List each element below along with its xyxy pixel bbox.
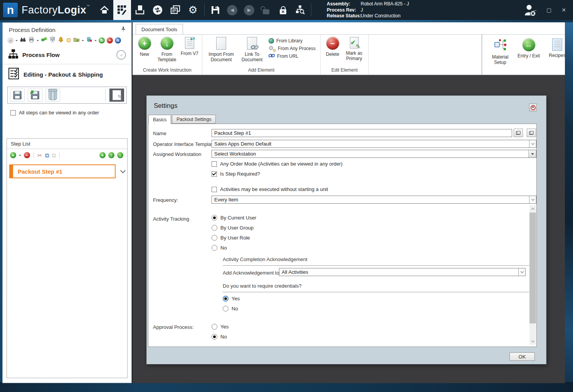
radio[interactable] bbox=[212, 235, 217, 241]
tab-document-tools[interactable]: Document Tools bbox=[136, 24, 183, 34]
scrollbar-thumb[interactable] bbox=[529, 213, 536, 323]
insert-step-icon[interactable]: + bbox=[99, 152, 106, 158]
no-unit-checkbox[interactable] bbox=[212, 187, 217, 192]
workstation-dropdown-button[interactable] bbox=[528, 150, 536, 157]
no-unit-row[interactable]: Activities may be executed without start… bbox=[212, 186, 328, 192]
is-step-required-checkbox[interactable] bbox=[212, 171, 217, 177]
credentials-no-option[interactable]: No bbox=[223, 306, 238, 312]
assigned-workstation-select[interactable]: Select Workstation bbox=[212, 150, 536, 158]
tracking-by-current-user-option[interactable]: By Current User bbox=[212, 215, 256, 221]
minimize-button[interactable]: – bbox=[533, 7, 536, 13]
radio-selected[interactable] bbox=[212, 334, 217, 340]
paste-icon[interactable]: ⧉ bbox=[52, 152, 56, 158]
unlock-icon[interactable] bbox=[258, 0, 275, 20]
move-step-down-icon[interactable]: ↓ bbox=[117, 152, 123, 158]
forward-icon[interactable]: ▶ bbox=[241, 0, 258, 20]
frequency-select[interactable]: Every Item bbox=[212, 196, 536, 204]
cut-icon[interactable]: ✂ bbox=[37, 152, 42, 158]
pause-icon[interactable] bbox=[115, 37, 121, 44]
delete-button[interactable]: − Delete bbox=[324, 35, 341, 57]
maximize-button[interactable]: ▢ bbox=[546, 7, 551, 13]
is-step-required-row[interactable]: Is Step Required? bbox=[212, 171, 260, 177]
acknowledgement-select[interactable]: All Activities bbox=[279, 268, 526, 276]
tracking-by-user-group-option[interactable]: By User Group bbox=[212, 225, 254, 231]
name-translate-save-button[interactable] bbox=[527, 129, 536, 137]
tab-basics[interactable]: Basics bbox=[148, 115, 171, 124]
add-dropdown-icon[interactable] bbox=[15, 40, 18, 42]
link-to-document-button[interactable]: Link To Document bbox=[239, 35, 265, 62]
close-button[interactable]: ✕ bbox=[561, 7, 566, 13]
scroll-up-icon[interactable] bbox=[529, 205, 536, 212]
scroll-down-icon[interactable] bbox=[529, 338, 536, 345]
dropdown-chevron-icon[interactable] bbox=[518, 268, 525, 276]
save-icon[interactable] bbox=[207, 0, 224, 20]
name-translate-button[interactable] bbox=[514, 129, 523, 137]
name-input[interactable]: Packout Step #1 bbox=[212, 129, 512, 137]
step-expand-chevron-icon[interactable] bbox=[120, 168, 126, 173]
process-search-icon[interactable] bbox=[292, 0, 309, 20]
from-v7-button[interactable]: ↩ From V7 bbox=[180, 35, 199, 56]
material-setup-button[interactable]: Material Setup bbox=[489, 37, 511, 65]
any-order-checkbox-row[interactable]: All steps can be viewed in any order bbox=[3, 104, 131, 116]
find-icon[interactable] bbox=[20, 37, 26, 44]
process-definition-nav-icon[interactable] bbox=[113, 0, 131, 20]
dialog-scrollbar[interactable] bbox=[529, 205, 536, 345]
tab-packout-settings[interactable]: Packout Settings bbox=[172, 115, 216, 124]
reports-nav-icon[interactable] bbox=[166, 0, 184, 20]
print-icon[interactable] bbox=[28, 37, 35, 44]
bell-icon[interactable] bbox=[58, 37, 64, 44]
refresh-icon[interactable]: ↻ bbox=[99, 37, 105, 44]
remove-step-icon[interactable]: − bbox=[24, 152, 30, 158]
dropdown-chevron-icon[interactable] bbox=[529, 140, 536, 147]
export-folder-icon[interactable] bbox=[73, 37, 80, 44]
delete-step-button[interactable] bbox=[45, 89, 60, 102]
dropdown-chevron-icon[interactable] bbox=[529, 196, 536, 203]
mark-as-primary-button[interactable]: ✔ ✎ Mark as Primary bbox=[343, 35, 365, 61]
import-from-document-button[interactable]: Import From Document bbox=[205, 35, 237, 62]
radio[interactable] bbox=[212, 245, 217, 251]
radio-selected[interactable] bbox=[223, 296, 229, 302]
collapse-icon[interactable] bbox=[116, 50, 126, 60]
presentation-icon[interactable] bbox=[49, 37, 56, 44]
from-library-button[interactable]: From Library bbox=[269, 38, 316, 44]
home-icon[interactable] bbox=[96, 0, 113, 20]
save-step-button[interactable] bbox=[10, 89, 25, 102]
radio[interactable] bbox=[223, 306, 229, 312]
new-button[interactable]: + New bbox=[136, 35, 153, 57]
ok-button[interactable]: OK bbox=[509, 352, 535, 361]
tracking-no-option[interactable]: No bbox=[212, 245, 227, 251]
pin-icon[interactable] bbox=[121, 26, 126, 34]
recipes-button[interactable]: Recipes bbox=[546, 37, 568, 58]
export-dropdown-icon[interactable] bbox=[82, 40, 84, 42]
database-dropdown-icon[interactable] bbox=[94, 40, 97, 42]
any-order-checkbox[interactable] bbox=[10, 110, 16, 116]
radio[interactable] bbox=[212, 225, 217, 231]
step-item-packout-step-1[interactable]: Packout Step #1 bbox=[9, 164, 116, 178]
production-nav-icon[interactable] bbox=[131, 0, 149, 20]
approval-yes-option[interactable]: Yes bbox=[212, 324, 229, 330]
process-flow-row[interactable]: Process Flow bbox=[3, 46, 131, 63]
lock-close-icon[interactable]: ✕ bbox=[275, 0, 292, 20]
dialog-close-button[interactable]: ✕ bbox=[529, 104, 537, 111]
import-step-button[interactable]: ➜ bbox=[28, 89, 42, 102]
settings-nav-icon[interactable] bbox=[184, 0, 202, 20]
sync-nav-icon[interactable] bbox=[149, 0, 166, 20]
from-url-button[interactable]: From URL bbox=[269, 54, 316, 59]
entry-exit-button[interactable]: ↔ Entry / Exit bbox=[518, 37, 540, 59]
add-process-icon[interactable]: + bbox=[7, 37, 13, 44]
back-icon[interactable]: ◀ bbox=[224, 0, 241, 20]
approval-no-option[interactable]: No bbox=[212, 334, 227, 340]
credentials-yes-option[interactable]: Yes bbox=[223, 296, 240, 302]
radio-selected[interactable] bbox=[212, 215, 217, 221]
add-step-dropdown-icon[interactable] bbox=[19, 155, 21, 157]
database-delete-icon[interactable] bbox=[86, 37, 92, 44]
move-step-up-icon[interactable]: ↑ bbox=[108, 152, 114, 158]
from-any-process-button[interactable]: From Any Process bbox=[269, 45, 316, 52]
print-dropdown-icon[interactable] bbox=[37, 40, 39, 42]
operator-interface-template-select[interactable]: Sales Apps Demo Default bbox=[212, 140, 536, 148]
any-order-mode-row[interactable]: Any Order Mode (Activities can be viewed… bbox=[212, 161, 343, 167]
plugins-icon[interactable] bbox=[41, 37, 47, 44]
tracking-by-user-role-option[interactable]: By User Role bbox=[212, 235, 250, 241]
radio[interactable] bbox=[212, 324, 217, 330]
from-template-button[interactable]: ↓ From Template bbox=[155, 35, 179, 62]
